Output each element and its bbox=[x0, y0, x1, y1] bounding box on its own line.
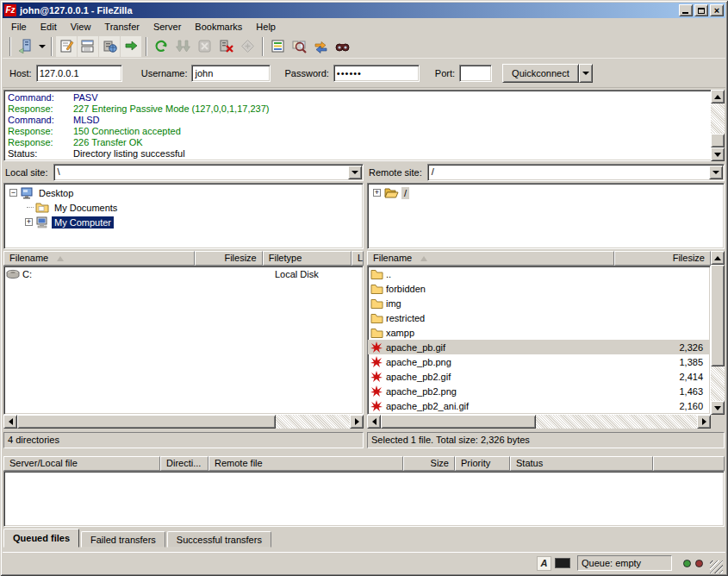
scrollbar-thumb[interactable] bbox=[17, 415, 276, 429]
file-row-folder[interactable]: img bbox=[368, 296, 710, 310]
close-button[interactable]: × bbox=[710, 4, 724, 16]
menu-view[interactable]: View bbox=[64, 20, 98, 34]
directory-comparison-button[interactable] bbox=[289, 36, 309, 57]
file-row-folder[interactable]: xampp bbox=[368, 325, 710, 340]
scroll-right-button[interactable] bbox=[350, 415, 364, 429]
menu-bookmarks[interactable]: Bookmarks bbox=[188, 20, 249, 34]
column-filename[interactable]: Filename bbox=[367, 251, 614, 266]
toggle-message-log-button[interactable] bbox=[56, 36, 77, 57]
scroll-right-button[interactable] bbox=[697, 415, 711, 429]
site-manager-dropdown-button[interactable] bbox=[36, 36, 47, 57]
resize-grip[interactable] bbox=[710, 560, 723, 573]
synchronized-browsing-button[interactable] bbox=[310, 36, 331, 57]
column-status[interactable]: Status bbox=[510, 456, 653, 471]
tree-item-my-computer[interactable]: + My Computer bbox=[4, 215, 363, 229]
scroll-down-button[interactable] bbox=[711, 147, 725, 161]
folder-icon bbox=[370, 284, 383, 294]
scroll-left-button[interactable] bbox=[3, 415, 17, 429]
remote-list-scrollbar[interactable] bbox=[711, 251, 725, 415]
scroll-left-button[interactable] bbox=[367, 415, 381, 429]
file-row-file[interactable]: apache_pb2.png 1,463 bbox=[368, 384, 710, 398]
scrollbar-thumb[interactable] bbox=[711, 265, 725, 366]
scrollbar-track[interactable] bbox=[536, 415, 697, 429]
maximize-button[interactable] bbox=[694, 4, 708, 16]
scroll-up-button[interactable] bbox=[711, 251, 725, 265]
toggle-remote-tree-button[interactable] bbox=[99, 36, 120, 57]
file-row-file[interactable]: apache_pb2.gif 2,414 bbox=[368, 369, 710, 384]
column-size[interactable]: Size bbox=[403, 456, 455, 471]
tree-item-root[interactable]: + / bbox=[368, 185, 724, 200]
combo-dropdown-button[interactable] bbox=[348, 166, 362, 179]
combo-dropdown-button[interactable] bbox=[709, 166, 723, 179]
message-log[interactable]: Command:PASV Response:227 Entering Passi… bbox=[3, 90, 725, 161]
toolbar-separator bbox=[146, 37, 147, 56]
arrow-down-icon bbox=[714, 406, 721, 410]
password-input[interactable] bbox=[333, 65, 420, 82]
file-row-local-drive[interactable]: C: Local Disk bbox=[4, 266, 363, 281]
column-filetype[interactable]: Filetype bbox=[263, 251, 352, 266]
site-manager-button[interactable] bbox=[15, 36, 35, 57]
quickconnect-dropdown-button[interactable] bbox=[579, 64, 593, 83]
collapse-icon[interactable]: − bbox=[9, 189, 17, 197]
scrollbar-thumb[interactable] bbox=[381, 415, 536, 429]
scrollbar-track[interactable] bbox=[711, 366, 725, 401]
file-row-folder[interactable]: restricted bbox=[368, 310, 710, 325]
username-input[interactable] bbox=[191, 65, 271, 82]
column-remote-file[interactable]: Remote file bbox=[208, 456, 403, 471]
minimize-button[interactable] bbox=[679, 4, 693, 16]
scroll-up-button[interactable] bbox=[711, 90, 725, 103]
file-row-file[interactable]: apache_pb2_ani.gif 2,160 bbox=[368, 398, 710, 413]
column-last-modified[interactable]: L bbox=[352, 251, 364, 266]
column-spacer bbox=[653, 456, 725, 471]
file-row-file[interactable]: apache_pb.png 1,385 bbox=[368, 354, 710, 369]
column-server-local-file[interactable]: Server/Local file bbox=[3, 456, 160, 471]
toolbar-separator bbox=[51, 37, 53, 56]
menu-server[interactable]: Server bbox=[146, 20, 188, 34]
data-type-indicator-icon[interactable]: A bbox=[537, 556, 551, 571]
scroll-down-button[interactable] bbox=[711, 401, 725, 415]
find-files-button[interactable] bbox=[332, 36, 352, 57]
disconnect-button[interactable] bbox=[215, 36, 236, 57]
remote-list-hscrollbar[interactable] bbox=[367, 415, 711, 429]
local-list-hscrollbar[interactable] bbox=[3, 415, 364, 429]
transfer-queue-list[interactable] bbox=[3, 471, 725, 527]
tab-queued-files[interactable]: Queued files bbox=[3, 529, 79, 548]
refresh-button[interactable] bbox=[151, 36, 171, 57]
column-priority[interactable]: Priority bbox=[455, 456, 510, 471]
tree-item-desktop[interactable]: − Desktop bbox=[4, 185, 363, 200]
tab-successful-transfers[interactable]: Successful transfers bbox=[167, 531, 271, 548]
expand-icon[interactable]: + bbox=[25, 218, 33, 226]
port-input[interactable] bbox=[459, 65, 492, 82]
menu-help[interactable]: Help bbox=[249, 20, 283, 34]
toggle-local-tree-button[interactable] bbox=[78, 36, 98, 57]
column-filesize[interactable]: Filesize bbox=[195, 251, 262, 266]
scrollbar-thumb[interactable] bbox=[711, 134, 725, 147]
file-row-selected[interactable]: apache_pb.gif 2,326 bbox=[368, 340, 710, 354]
column-filename[interactable]: Filename bbox=[3, 251, 195, 266]
expand-icon[interactable]: + bbox=[373, 189, 381, 197]
scrollbar-track[interactable] bbox=[276, 415, 350, 429]
local-site-combobox[interactable]: \ bbox=[53, 164, 364, 181]
cancel-operation-button[interactable] bbox=[194, 36, 215, 57]
tree-item-my-documents[interactable]: My Documents bbox=[4, 200, 363, 215]
filter-button[interactable] bbox=[267, 36, 288, 57]
tab-failed-transfers[interactable]: Failed transfers bbox=[81, 531, 165, 548]
cancel-icon bbox=[197, 39, 212, 53]
process-queue-button[interactable] bbox=[172, 36, 193, 57]
scrollbar-track[interactable] bbox=[711, 103, 725, 134]
file-row-folder[interactable]: .. bbox=[368, 266, 710, 281]
quickconnect-button[interactable]: Quickconnect bbox=[502, 64, 579, 83]
column-direction[interactable]: Directi... bbox=[160, 456, 208, 471]
host-input[interactable] bbox=[36, 65, 122, 82]
log-scrollbar[interactable] bbox=[711, 90, 725, 161]
menu-transfer[interactable]: Transfer bbox=[97, 20, 146, 34]
menu-edit[interactable]: Edit bbox=[34, 20, 64, 34]
reconnect-button[interactable] bbox=[237, 36, 258, 57]
sort-asc-icon bbox=[420, 256, 427, 261]
menu-file[interactable]: File bbox=[4, 20, 34, 34]
remote-site-combobox[interactable]: / bbox=[427, 164, 725, 181]
toggle-transfer-queue-button[interactable] bbox=[121, 36, 141, 57]
file-row-folder[interactable]: forbidden bbox=[368, 281, 710, 296]
speed-limit-indicator-icon[interactable] bbox=[555, 558, 570, 568]
column-filesize[interactable]: Filesize bbox=[614, 251, 711, 266]
